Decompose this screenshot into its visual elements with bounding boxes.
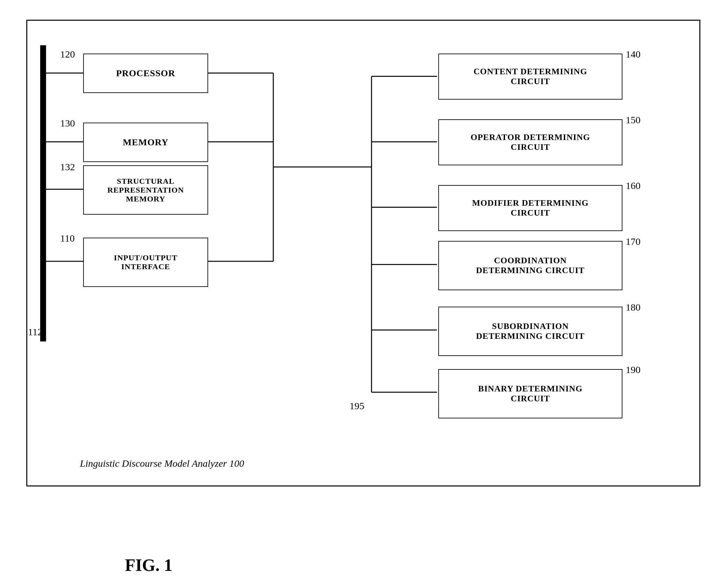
operator-label: OPERATOR DETERMININGCIRCUIT — [471, 132, 590, 152]
diagram-container: PROCESSOR MEMORY STRUCTURALREPRESENTATIO… — [26, 20, 700, 486]
diagram-caption: Linguistic Discourse Model Analyzer 100 — [80, 458, 244, 469]
ref-130: 130 — [60, 118, 75, 129]
structural-label: STRUCTURALREPRESENTATIONMEMORY — [107, 177, 184, 204]
ref-180: 180 — [626, 302, 641, 313]
structural-box: STRUCTURALREPRESENTATIONMEMORY — [83, 165, 208, 215]
ref-160: 160 — [626, 180, 641, 191]
ref-112: 112 — [28, 327, 42, 338]
svg-rect-0 — [40, 45, 46, 341]
page: PROCESSOR MEMORY STRUCTURALREPRESENTATIO… — [0, 0, 726, 588]
processor-label: PROCESSOR — [116, 68, 175, 79]
content-box: CONTENT DETERMININGCIRCUIT — [438, 54, 622, 100]
subordination-label: SUBORDINATIONDETERMINING CIRCUIT — [476, 321, 585, 341]
ref-140: 140 — [626, 49, 641, 60]
binary-label: BINARY DETERMININGCIRCUIT — [478, 384, 582, 404]
processor-box: PROCESSOR — [83, 54, 208, 93]
subordination-box: SUBORDINATIONDETERMINING CIRCUIT — [438, 307, 622, 356]
ref-170: 170 — [626, 236, 641, 247]
coordination-box: COORDINATIONDETERMINING CIRCUIT — [438, 241, 622, 290]
operator-box: OPERATOR DETERMININGCIRCUIT — [438, 119, 622, 165]
modifier-label: MODIFIER DETERMININGCIRCUIT — [472, 198, 588, 218]
ref-120: 120 — [60, 49, 75, 60]
ref-110: 110 — [60, 233, 75, 244]
content-label: CONTENT DETERMININGCIRCUIT — [474, 67, 587, 86]
io-box: INPUT/OUTPUTINTERFACE — [83, 238, 208, 287]
ref-132: 132 — [60, 161, 75, 172]
modifier-box: MODIFIER DETERMININGCIRCUIT — [438, 185, 622, 231]
coordination-label: COORDINATIONDETERMINING CIRCUIT — [476, 256, 585, 275]
binary-box: BINARY DETERMININGCIRCUIT — [438, 369, 622, 418]
ref-195: 195 — [350, 400, 364, 412]
memory-label: MEMORY — [123, 137, 169, 148]
io-label: INPUT/OUTPUTINTERFACE — [114, 253, 177, 271]
ref-150: 150 — [626, 114, 641, 126]
figure-label: FIG. 1 — [125, 555, 172, 575]
ref-190: 190 — [626, 364, 641, 375]
memory-box: MEMORY — [83, 123, 208, 162]
